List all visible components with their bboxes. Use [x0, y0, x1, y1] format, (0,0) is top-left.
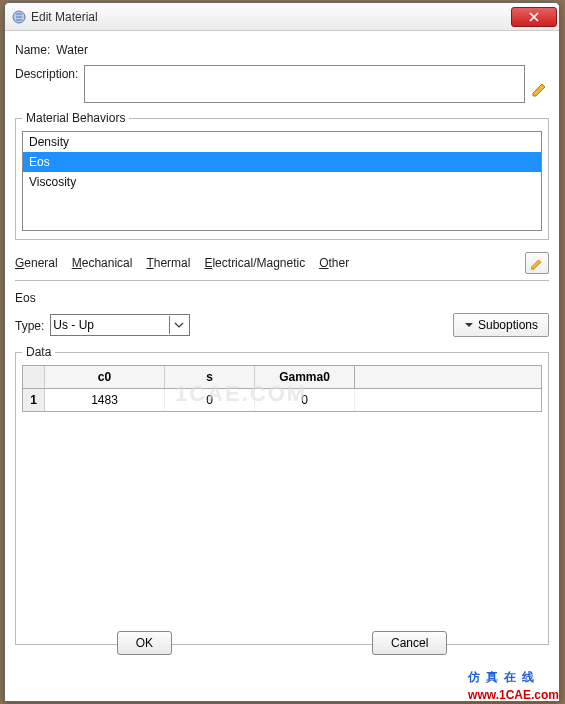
table-header: c0 s Gamma0 [23, 366, 541, 389]
behaviors-list[interactable]: Density Eos Viscosity [22, 131, 542, 231]
close-button[interactable] [511, 7, 557, 27]
behavior-item-density[interactable]: Density [23, 132, 541, 152]
tab-mechanical[interactable]: Mechanical [72, 256, 133, 270]
pencil-icon[interactable] [531, 79, 549, 97]
window-title: Edit Material [31, 10, 511, 24]
row-index-header [23, 366, 45, 388]
chevron-down-icon [169, 316, 187, 334]
type-row: Type: Us - Up Suboptions [15, 313, 549, 337]
name-value: Water [56, 41, 88, 57]
app-icon [11, 9, 27, 25]
dialog-buttons: OK Cancel [5, 631, 559, 655]
tab-other[interactable]: Other [319, 256, 349, 270]
type-label: Type: [15, 317, 44, 333]
description-row: Description: [15, 65, 549, 103]
col-s: s [165, 366, 255, 388]
row-index: 1 [23, 389, 45, 411]
titlebar: Edit Material [5, 3, 559, 31]
name-label: Name: [15, 41, 50, 57]
category-tabs: General Mechanical Thermal Electrical/Ma… [15, 248, 549, 281]
data-group: Data c0 s Gamma0 1 1483 0 0 [15, 345, 549, 645]
data-table[interactable]: c0 s Gamma0 1 1483 0 0 [22, 365, 542, 412]
type-value: Us - Up [53, 318, 94, 332]
behavior-item-viscosity[interactable]: Viscosity [23, 172, 541, 192]
type-select[interactable]: Us - Up [50, 314, 190, 336]
tab-thermal[interactable]: Thermal [146, 256, 190, 270]
behaviors-legend: Material Behaviors [22, 111, 129, 125]
tab-electrical[interactable]: Electrical/Magnetic [204, 256, 305, 270]
name-row: Name: Water [15, 41, 549, 57]
dialog-body: Name: Water Description: Material Behavi… [5, 31, 559, 659]
description-label: Description: [15, 65, 78, 81]
col-gamma0: Gamma0 [255, 366, 355, 388]
tab-general[interactable]: General [15, 256, 58, 270]
description-input[interactable] [84, 65, 525, 103]
col-c0: c0 [45, 366, 165, 388]
edit-material-dialog: Edit Material Name: Water Description: M… [4, 2, 560, 702]
cell-c0[interactable]: 1483 [45, 389, 165, 411]
material-behaviors-group: Material Behaviors Density Eos Viscosity [15, 111, 549, 240]
edit-tabs-button[interactable] [525, 252, 549, 274]
table-row[interactable]: 1 1483 0 0 [23, 389, 541, 411]
ok-button[interactable]: OK [117, 631, 172, 655]
cell-s[interactable]: 0 [165, 389, 255, 411]
cell-gamma0[interactable]: 0 [255, 389, 355, 411]
section-title: Eos [15, 291, 549, 305]
cancel-button[interactable]: Cancel [372, 631, 447, 655]
data-legend: Data [22, 345, 55, 359]
suboptions-button[interactable]: Suboptions [453, 313, 549, 337]
watermark-bottom: 仿真在线 www.1CAE.com [468, 668, 559, 702]
behavior-item-eos[interactable]: Eos [23, 152, 541, 172]
